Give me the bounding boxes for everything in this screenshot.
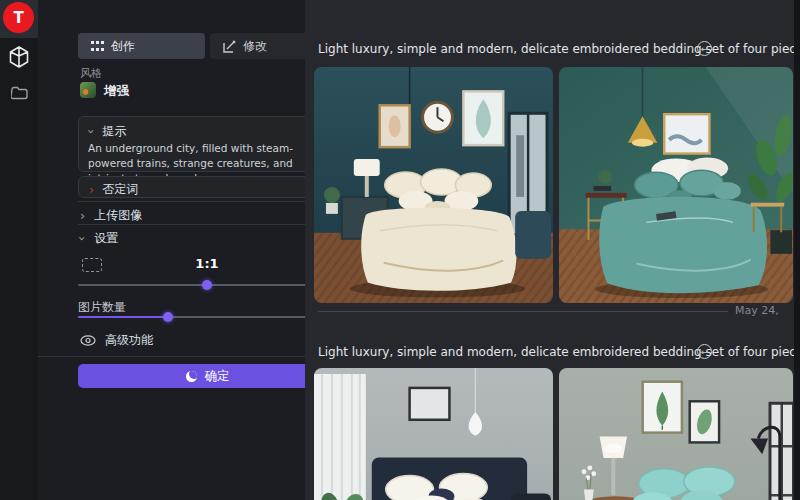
upload-image-row[interactable]: › 上传图像 [80, 207, 142, 224]
moon-icon [186, 371, 197, 382]
confirm-label: 确定 [205, 368, 230, 385]
style-thumbnail [80, 82, 96, 98]
cube-icon [9, 46, 29, 68]
bedroom-illustration-1 [314, 67, 553, 303]
generation-caption: Light luxury, simple and modern, delicat… [318, 345, 800, 359]
generated-image-2[interactable] [559, 67, 793, 303]
bedroom-illustration-2 [559, 67, 793, 303]
upload-chevron-right-icon: › [80, 209, 85, 222]
negative-label: 否定词 [102, 181, 138, 198]
settings-label: 设置 [94, 230, 118, 247]
image-count-slider-fill [78, 316, 168, 318]
bedroom-illustration-4 [559, 368, 793, 500]
negative-chevron-right-icon[interactable]: › [89, 183, 94, 196]
app-logo[interactable]: T [3, 2, 34, 33]
generated-image-1[interactable] [314, 67, 553, 303]
folder-icon [11, 86, 28, 100]
prompt-chevron-down-icon[interactable]: › [85, 129, 98, 134]
back-arrow-glyph: ← [701, 347, 709, 357]
image-count-slider-thumb[interactable] [163, 312, 173, 322]
generation-caption: Light luxury, simple and modern, delicat… [318, 42, 800, 56]
aspect-ratio-value: 1:1 [78, 256, 336, 271]
divider [38, 356, 305, 357]
reuse-prompt-icon[interactable]: ← [697, 344, 712, 359]
grid-icon [91, 40, 104, 53]
generated-image-4[interactable] [559, 368, 793, 500]
tab-modify-label: 修改 [243, 38, 267, 55]
advanced-label: 高级功能 [105, 332, 153, 349]
edit-icon [223, 40, 236, 53]
app-window: T 创作 修改 风格 增强 [0, 0, 800, 500]
tab-create[interactable]: 创作 [78, 33, 205, 59]
settings-row[interactable]: › 设置 [80, 230, 118, 247]
divider [78, 201, 338, 202]
prompt-label: 提示 [102, 123, 126, 140]
settings-chevron-down-icon: › [76, 236, 89, 241]
generated-image-3[interactable] [314, 368, 553, 500]
logo-letter: T [13, 9, 23, 27]
confirm-button[interactable]: 确定 [78, 364, 337, 388]
scrollbar[interactable] [794, 0, 800, 500]
divider [78, 224, 338, 225]
image-count-value: 4 [78, 297, 336, 312]
style-label: 风格 [80, 66, 102, 81]
control-panel: 创作 修改 风格 增强 › › 提示 An underground city, … [38, 0, 305, 500]
upload-label: 上传图像 [94, 207, 142, 224]
generation-date: May 24, [735, 304, 779, 317]
bedroom-illustration-3 [314, 368, 553, 500]
advanced-features-row[interactable]: 高级功能 [80, 332, 153, 349]
gallery-area: Light luxury, simple and modern, delicat… [305, 0, 800, 500]
date-divider [318, 311, 728, 312]
back-arrow-glyph: ← [701, 44, 709, 54]
eye-icon [80, 335, 96, 346]
prompt-card[interactable]: › 提示 An underground city, filled with st… [78, 116, 338, 172]
negative-prompt-card[interactable]: › 否定词 [78, 176, 338, 198]
style-value: 增强 [104, 83, 129, 100]
workspace-nav-item[interactable] [0, 46, 38, 68]
aspect-ratio-slider-thumb[interactable] [202, 280, 212, 290]
tab-create-label: 创作 [111, 38, 135, 55]
icon-rail: T [0, 0, 38, 500]
files-nav-item[interactable] [0, 86, 38, 100]
reuse-prompt-icon[interactable]: ← [697, 41, 712, 56]
